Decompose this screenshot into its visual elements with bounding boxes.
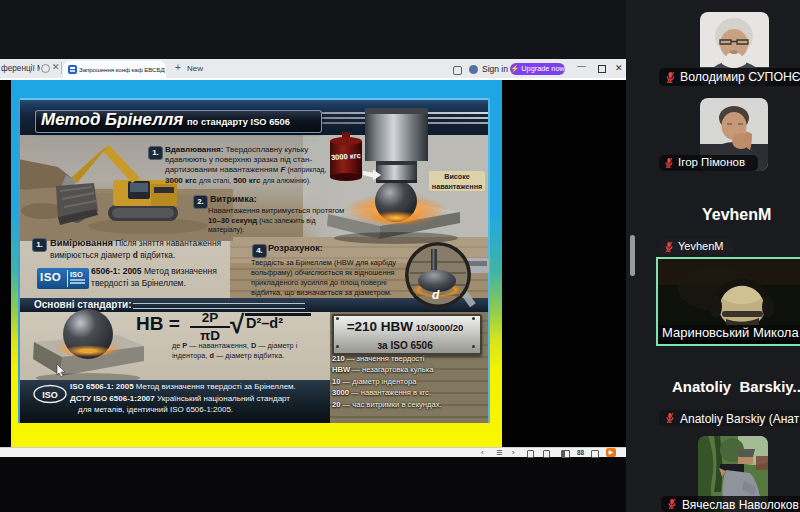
svg-text:d: d — [432, 288, 440, 302]
svg-text:ISO: ISO — [42, 390, 58, 400]
